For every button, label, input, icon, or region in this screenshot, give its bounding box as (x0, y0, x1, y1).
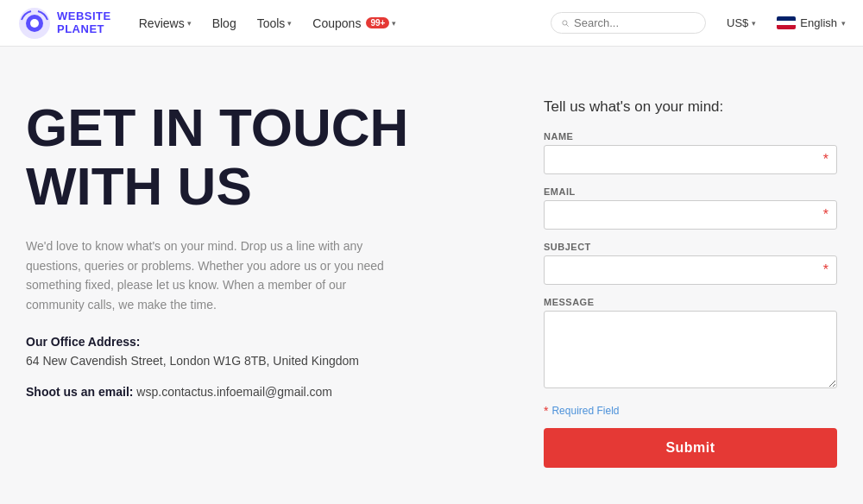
left-column: GET IN TOUCH WITH US We'd love to know w… (26, 98, 457, 469)
coupons-badge: 99+ (366, 17, 389, 28)
page-title: GET IN TOUCH WITH US (26, 98, 457, 216)
logo-text: WEBSITE PLANET (57, 10, 111, 35)
subject-field-group: SUBJECT * (544, 242, 837, 285)
submit-button[interactable]: Submit (544, 428, 837, 468)
message-label: MESSAGE (544, 297, 837, 307)
reviews-chevron-icon: ▾ (187, 19, 192, 28)
search-box[interactable] (551, 12, 706, 34)
flag-icon (777, 16, 796, 29)
page-description: We'd love to know what's on your mind. D… (26, 236, 388, 314)
name-label: NAME (544, 131, 837, 142)
currency-selector[interactable]: US$ ▾ (727, 16, 756, 29)
reviews-nav[interactable]: Reviews ▾ (139, 16, 192, 30)
language-chevron-icon: ▾ (841, 19, 846, 28)
form-title: Tell us what's on your mind: (544, 98, 837, 116)
email-label: Shoot us an email: wsp.contactus.infoema… (26, 385, 457, 399)
search-input[interactable] (574, 16, 695, 29)
email-input[interactable] (544, 200, 837, 230)
coupons-chevron-icon: ▾ (392, 19, 396, 28)
currency-label: US$ (727, 16, 748, 29)
contact-form: Tell us what's on your mind: NAME * EMAI… (544, 98, 837, 469)
message-textarea[interactable] (544, 311, 837, 388)
blog-nav[interactable]: Blog (212, 16, 236, 30)
required-star-icon: * (544, 404, 548, 418)
search-icon (562, 17, 569, 29)
logo-icon (17, 6, 52, 41)
tools-chevron-icon: ▾ (287, 19, 292, 28)
language-selector[interactable]: English ▾ (777, 16, 846, 29)
email-field-group: EMAIL * (544, 186, 837, 230)
currency-chevron-icon: ▾ (752, 19, 756, 28)
office-address-value: 64 New Cavendish Street, London W1G 8TB,… (26, 354, 457, 368)
coupons-nav[interactable]: Coupons 99+ ▾ (312, 16, 396, 30)
email-label: EMAIL (544, 186, 837, 197)
email-value[interactable]: wsp.contactus.infoemail@gmail.com (136, 385, 332, 399)
name-field-group: NAME * (544, 131, 837, 174)
message-field-group: MESSAGE (544, 297, 837, 392)
svg-point-2 (30, 19, 39, 28)
language-label: English (800, 16, 837, 29)
subject-input[interactable] (544, 255, 837, 285)
logo[interactable]: WEBSITE PLANET (17, 6, 111, 41)
svg-line-4 (566, 24, 568, 26)
subject-label: SUBJECT (544, 242, 837, 252)
tools-nav[interactable]: Tools ▾ (257, 16, 293, 30)
office-address-label: Our Office Address: (26, 335, 457, 349)
name-input[interactable] (544, 145, 837, 174)
required-note: * Required Field (544, 404, 837, 418)
required-note-text: Required Field (551, 405, 619, 417)
